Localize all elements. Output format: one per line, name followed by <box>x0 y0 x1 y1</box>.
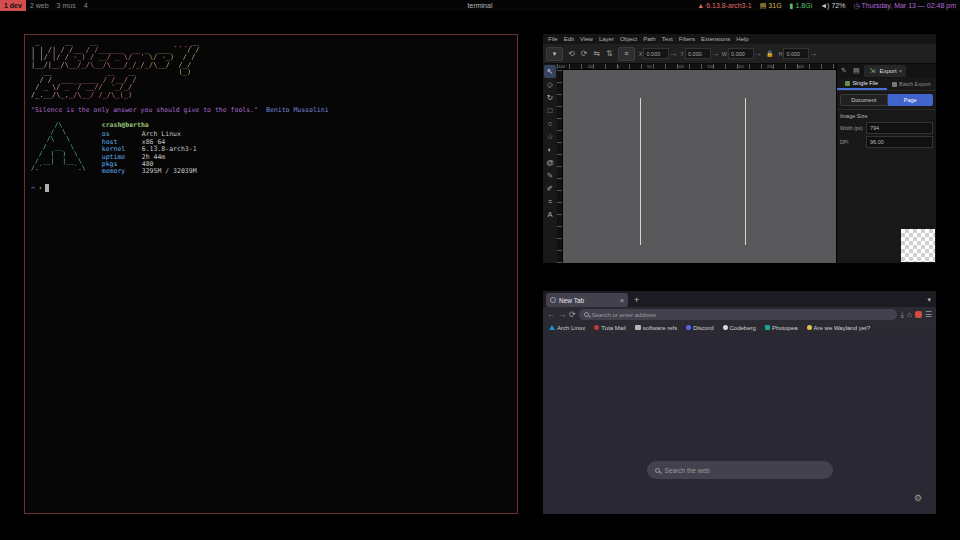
home-button[interactable]: ⌂ <box>907 310 912 319</box>
downloads-button[interactable]: ⤓ <box>900 310 904 320</box>
y-field[interactable]: Y 0.000−+ <box>680 48 718 59</box>
menu-path[interactable]: Path <box>640 36 658 42</box>
export-width-input[interactable]: 794 <box>866 122 933 134</box>
codeberg-favicon-icon <box>723 325 728 330</box>
tuta-favicon-icon <box>594 325 599 330</box>
inkscape-window[interactable]: File Edit View Layer Object Path Text Fi… <box>543 34 936 263</box>
calligraphy-tool[interactable]: ≈ <box>544 195 556 208</box>
ublock-extension-icon[interactable] <box>915 311 922 318</box>
lock-ratio-icon[interactable]: 🔒 <box>765 50 775 57</box>
3dbox-tool[interactable]: ◐ <box>544 143 556 156</box>
rotate-tool[interactable]: ↻ <box>544 91 556 104</box>
reload-button[interactable]: ⟳ <box>569 310 576 319</box>
folder-icon <box>635 325 641 330</box>
menu-view[interactable]: View <box>577 36 596 42</box>
dpi-label: DPI <box>840 139 864 145</box>
browser-nav-bar: ← → ⟳ Search or enter address ⤓ ⌂ ☰ <box>543 307 936 322</box>
height-field[interactable]: H 0.000−+ <box>778 48 816 59</box>
page-scope-button[interactable]: Page <box>888 94 934 106</box>
selection-mode-dropdown[interactable]: ▾ <box>546 47 563 61</box>
export-mode-tabs: Single File Batch Export <box>837 78 936 91</box>
menu-filters[interactable]: Filters <box>676 36 698 42</box>
pen-tool[interactable]: ✎ <box>544 169 556 182</box>
rectangle-tool[interactable]: □ <box>544 104 556 117</box>
menu-help[interactable]: Help <box>733 36 751 42</box>
batch-export-tab[interactable]: Batch Export <box>887 78 937 90</box>
x-field[interactable]: X 0.000−+ <box>639 48 677 59</box>
export-dpi-row: DPI 96.00 <box>837 135 936 149</box>
star-tool[interactable]: ☆ <box>544 130 556 143</box>
menu-extensions[interactable]: Extensions <box>698 36 733 42</box>
bookmark-arch-linux[interactable]: Arch Linux <box>549 325 585 331</box>
menu-layer[interactable]: Layer <box>596 36 617 42</box>
export-width-row: Width (px) 794 <box>837 121 936 135</box>
page-border-right <box>745 98 746 245</box>
bookmark-folder-software-refs[interactable]: software refs <box>635 325 677 331</box>
web-search-box[interactable]: Search the web <box>647 461 833 479</box>
single-file-icon <box>845 81 850 86</box>
fill-stroke-dialog-icon[interactable]: ✎ <box>839 67 849 75</box>
bookmark-are-we-wayland-yet[interactable]: Are we Wayland yet? <box>807 325 870 331</box>
desktop: 1 dev 2 web 3 mus 4 terminal ▲ 6.13.8-ar… <box>0 0 960 540</box>
arch-favicon-icon <box>549 325 555 330</box>
volume-icon: ◄) <box>820 0 829 11</box>
menu-file[interactable]: File <box>545 36 561 42</box>
node-tool[interactable]: ◇ <box>544 78 556 91</box>
single-file-tab[interactable]: Single File <box>837 78 887 90</box>
personalize-gear-icon[interactable]: ⚙ <box>914 493 922 503</box>
url-bar[interactable]: Search or enter address <box>579 309 898 320</box>
export-dpi-input[interactable]: 96.00 <box>866 136 933 148</box>
export-scope-buttons: Document Page <box>837 91 936 109</box>
rotate-ccw-icon[interactable]: ⟲ <box>567 49 576 58</box>
shell-prompt[interactable]: ~ › <box>31 184 511 192</box>
export-panel: ✎ ▤ ⇲ Export × Single File Batc <box>836 64 936 263</box>
photopea-favicon-icon <box>765 325 770 330</box>
browser-window[interactable]: New Tab × + ▾ ← → ⟳ Search or enter addr… <box>543 291 936 514</box>
text-tool[interactable]: A <box>544 208 556 221</box>
new-tab-button[interactable]: + <box>628 295 645 305</box>
pencil-tool[interactable]: ✐ <box>544 182 556 195</box>
tool-options-bar: ▾ ⟲ ⟳ ⇆ ⇅ ≡ X 0.000−+ Y 0.000−+ W 0.000−… <box>543 44 936 64</box>
browser-tab-bar: New Tab × + ▾ <box>543 291 936 307</box>
selector-tool[interactable]: ↖ <box>544 65 556 78</box>
back-button[interactable]: ← <box>547 310 555 319</box>
export-dialog-tab[interactable]: ⇲ Export × <box>864 65 907 77</box>
inkscape-toolbox: ↖ ◇ ↻ □ ○ ☆ ◐ @ ✎ ✐ ≈ A <box>543 64 557 263</box>
active-tab[interactable]: New Tab × <box>546 293 628 307</box>
bookmark-codeberg[interactable]: Codeberg <box>723 325 756 331</box>
menu-edit[interactable]: Edit <box>561 36 577 42</box>
width-field[interactable]: W 0.000−+ <box>722 48 761 59</box>
bookmark-discord[interactable]: Discord <box>686 325 713 331</box>
tab-favicon-icon <box>550 297 556 303</box>
ascii-welcome-art: _ __ __ __ | | /| / /__ / /______ __ _ _… <box>31 39 511 99</box>
memory-icon: ▮ <box>790 0 794 11</box>
menu-button[interactable]: ☰ <box>925 310 932 319</box>
list-tabs-chevron-icon[interactable]: ▾ <box>927 296 933 304</box>
bookmark-tuta-mail[interactable]: Tuta Mail <box>594 325 625 331</box>
rotate-cw-icon[interactable]: ⟳ <box>580 49 589 58</box>
width-label: Width (px) <box>840 125 864 131</box>
status-bar: 1 dev 2 web 3 mus 4 terminal ▲ 6.13.8-ar… <box>0 0 960 11</box>
bookmark-photopea[interactable]: Photopea <box>765 325 798 331</box>
search-icon <box>655 468 660 473</box>
ellipse-tool[interactable]: ○ <box>544 117 556 130</box>
fetch-info: crash@bertha osArch Linux hostx86_64 ker… <box>102 122 197 176</box>
document-scope-button[interactable]: Document <box>840 94 888 106</box>
flip-vertical-icon[interactable]: ⇅ <box>605 49 614 58</box>
spiral-tool[interactable]: @ <box>544 156 556 169</box>
close-tab-icon[interactable]: × <box>620 297 624 304</box>
forward-button[interactable]: → <box>558 310 566 319</box>
export-icon: ⇲ <box>868 67 878 75</box>
menu-object[interactable]: Object <box>617 36 640 42</box>
close-export-tab-icon[interactable]: × <box>899 68 903 74</box>
terminal-window[interactable]: _ __ __ __ | | /| / /__ / /______ __ _ _… <box>24 34 518 514</box>
image-size-section-label: Image Size <box>837 109 936 121</box>
menu-text[interactable]: Text <box>659 36 676 42</box>
layers-dialog-icon[interactable]: ▤ <box>851 67 862 75</box>
volume-module: ◄) 72% <box>820 0 845 11</box>
batch-export-icon <box>892 82 897 87</box>
align-dropdown[interactable]: ≡ <box>618 47 635 61</box>
disk-module: ▤ 31G <box>760 0 782 11</box>
flip-horizontal-icon[interactable]: ⇆ <box>592 49 601 58</box>
discord-favicon-icon <box>686 325 691 330</box>
